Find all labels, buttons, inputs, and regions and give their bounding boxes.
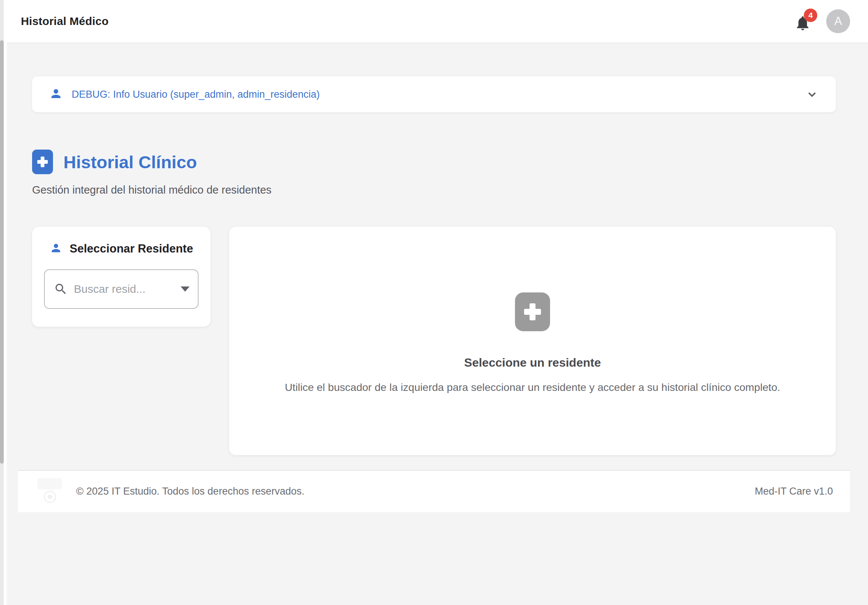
watermark-blob (37, 478, 62, 489)
dropdown-arrow-icon[interactable] (181, 286, 189, 292)
search-icon (54, 282, 68, 296)
vertical-scrollbar[interactable] (0, 0, 4, 605)
left-edge-gap (4, 0, 7, 605)
page-title: Historial Médico (21, 15, 108, 28)
notifications-button[interactable]: 4 (794, 12, 812, 31)
section-subtitle: Gestión integral del historial médico de… (32, 184, 836, 196)
main-content: DEBUG: Info Usuario (super_admin, admin_… (0, 76, 868, 455)
resident-search-input[interactable] (74, 283, 178, 296)
empty-state-card: Seleccione un residente Utilice el busca… (229, 227, 836, 455)
empty-state-description: Utilice el buscador de la izquierda para… (285, 380, 780, 394)
section-title: Historial Clínico (64, 152, 197, 172)
med-logo-watermark-icon (35, 476, 67, 507)
app-version-text: Med-IT Care v1.0 (755, 486, 833, 497)
select-resident-header: Seleccionar Residente (44, 242, 198, 256)
watermark-circle-icon (44, 491, 56, 503)
person-icon (50, 242, 62, 256)
scrollbar-thumb[interactable] (0, 40, 4, 464)
debug-user-info-accordion[interactable]: DEBUG: Info Usuario (super_admin, admin_… (32, 76, 836, 112)
empty-state-title: Seleccione un residente (464, 356, 601, 370)
debug-user-info-label: DEBUG: Info Usuario (super_admin, admin_… (72, 89, 320, 101)
resident-search-combobox[interactable] (44, 269, 198, 309)
medical-cross-icon (515, 292, 550, 331)
select-resident-card: Seleccionar Residente (32, 227, 211, 327)
header-actions: 4 A (794, 9, 850, 33)
notification-badge: 4 (804, 9, 817, 22)
content-grid: Seleccionar Residente Seleccione un resi… (32, 227, 836, 455)
person-icon (49, 87, 63, 102)
medical-cross-icon (32, 150, 53, 174)
avatar[interactable]: A (826, 9, 850, 33)
copyright-text: © 2025 IT Estudio. Todos los derechos re… (76, 486, 304, 497)
app-header: Historial Médico 4 A (0, 0, 868, 43)
chevron-down-icon[interactable] (805, 88, 819, 101)
select-resident-title: Seleccionar Residente (70, 242, 193, 255)
section-heading: Historial Clínico (32, 150, 836, 174)
app-footer: © 2025 IT Estudio. Todos los derechos re… (18, 470, 850, 512)
